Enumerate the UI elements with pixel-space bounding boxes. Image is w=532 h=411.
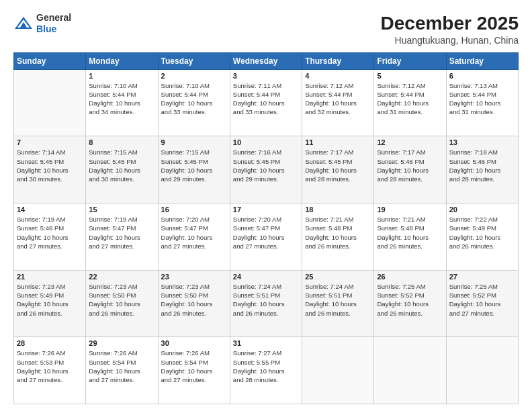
day-number: 17 [233,205,299,214]
calendar-cell: 20Sunrise: 7:22 AM Sunset: 5:49 PM Dayli… [446,203,518,270]
calendar-cell: 23Sunrise: 7:23 AM Sunset: 5:50 PM Dayli… [158,270,230,337]
day-info: Sunrise: 7:11 AM Sunset: 5:44 PM Dayligh… [233,81,299,117]
calendar-cell: 13Sunrise: 7:18 AM Sunset: 5:46 PM Dayli… [446,136,518,203]
calendar-cell: 29Sunrise: 7:26 AM Sunset: 5:54 PM Dayli… [86,337,158,404]
day-number: 2 [161,72,227,80]
calendar-header-row: SundayMondayTuesdayWednesdayThursdayFrid… [14,52,519,69]
calendar-header-saturday: Saturday [446,52,518,69]
calendar-cell: 11Sunrise: 7:17 AM Sunset: 5:45 PM Dayli… [302,136,374,203]
logo: General Blue [13,12,71,35]
calendar-cell: 26Sunrise: 7:25 AM Sunset: 5:52 PM Dayli… [374,270,446,337]
calendar-cell: 19Sunrise: 7:21 AM Sunset: 5:48 PM Dayli… [374,203,446,270]
day-info: Sunrise: 7:12 AM Sunset: 5:44 PM Dayligh… [305,81,371,117]
day-number: 1 [89,72,154,80]
day-info: Sunrise: 7:16 AM Sunset: 5:45 PM Dayligh… [233,148,299,183]
day-info: Sunrise: 7:13 AM Sunset: 5:44 PM Dayligh… [449,81,515,117]
calendar-cell: 18Sunrise: 7:21 AM Sunset: 5:48 PM Dayli… [302,203,374,270]
day-info: Sunrise: 7:18 AM Sunset: 5:46 PM Dayligh… [449,148,515,183]
month-title: December 2025 [381,12,519,35]
day-info: Sunrise: 7:22 AM Sunset: 5:49 PM Dayligh… [449,215,515,250]
calendar-cell: 4Sunrise: 7:12 AM Sunset: 5:44 PM Daylig… [302,69,374,136]
day-info: Sunrise: 7:17 AM Sunset: 5:45 PM Dayligh… [305,148,371,183]
location: Huangtukuang, Hunan, China [381,35,519,46]
day-number: 7 [17,138,83,146]
calendar-cell [446,337,518,404]
day-info: Sunrise: 7:25 AM Sunset: 5:52 PM Dayligh… [377,282,443,318]
logo-blue: Blue [36,24,71,35]
page: General Blue December 2025 Huangtukuang,… [0,0,532,411]
day-info: Sunrise: 7:12 AM Sunset: 5:44 PM Dayligh… [377,81,443,117]
calendar-header-wednesday: Wednesday [230,52,302,69]
day-number: 29 [89,339,154,347]
calendar-header-thursday: Thursday [302,52,374,69]
day-info: Sunrise: 7:23 AM Sunset: 5:49 PM Dayligh… [17,282,83,318]
calendar-cell: 12Sunrise: 7:17 AM Sunset: 5:46 PM Dayli… [374,136,446,203]
calendar-cell: 31Sunrise: 7:27 AM Sunset: 5:55 PM Dayli… [230,337,302,404]
calendar-week-row: 28Sunrise: 7:26 AM Sunset: 5:53 PM Dayli… [14,337,519,404]
day-number: 25 [305,273,371,281]
calendar-week-row: 14Sunrise: 7:19 AM Sunset: 5:46 PM Dayli… [14,203,519,270]
calendar-cell [302,337,374,404]
day-number: 12 [377,138,443,146]
calendar-cell: 6Sunrise: 7:13 AM Sunset: 5:44 PM Daylig… [446,69,518,136]
day-number: 6 [449,72,515,80]
day-info: Sunrise: 7:21 AM Sunset: 5:48 PM Dayligh… [305,215,371,250]
day-info: Sunrise: 7:26 AM Sunset: 5:54 PM Dayligh… [89,349,154,384]
day-number: 30 [161,339,227,347]
day-info: Sunrise: 7:21 AM Sunset: 5:48 PM Dayligh… [377,215,443,250]
day-number: 5 [377,72,443,80]
day-number: 9 [161,138,227,146]
day-info: Sunrise: 7:19 AM Sunset: 5:47 PM Dayligh… [89,215,154,250]
calendar-cell: 28Sunrise: 7:26 AM Sunset: 5:53 PM Dayli… [14,337,86,404]
calendar-cell: 21Sunrise: 7:23 AM Sunset: 5:49 PM Dayli… [14,270,86,337]
calendar-week-row: 7Sunrise: 7:14 AM Sunset: 5:45 PM Daylig… [14,136,519,203]
calendar-cell: 22Sunrise: 7:23 AM Sunset: 5:50 PM Dayli… [86,270,158,337]
day-number: 26 [377,273,443,281]
day-number: 19 [377,205,443,214]
day-number: 16 [161,205,227,214]
day-info: Sunrise: 7:26 AM Sunset: 5:53 PM Dayligh… [17,349,83,384]
header: General Blue December 2025 Huangtukuang,… [13,12,519,46]
day-info: Sunrise: 7:24 AM Sunset: 5:51 PM Dayligh… [233,282,299,318]
calendar-cell: 2Sunrise: 7:10 AM Sunset: 5:44 PM Daylig… [158,69,230,136]
day-info: Sunrise: 7:20 AM Sunset: 5:47 PM Dayligh… [233,215,299,250]
day-info: Sunrise: 7:24 AM Sunset: 5:51 PM Dayligh… [305,282,371,318]
calendar-cell: 8Sunrise: 7:15 AM Sunset: 5:45 PM Daylig… [86,136,158,203]
day-number: 21 [17,273,83,281]
day-info: Sunrise: 7:26 AM Sunset: 5:54 PM Dayligh… [161,349,227,384]
day-number: 18 [305,205,371,214]
day-number: 11 [305,138,371,146]
day-number: 28 [17,339,83,347]
day-info: Sunrise: 7:19 AM Sunset: 5:46 PM Dayligh… [17,215,83,250]
calendar-cell [14,69,86,136]
calendar-header-friday: Friday [374,52,446,69]
day-info: Sunrise: 7:14 AM Sunset: 5:45 PM Dayligh… [17,148,83,183]
calendar-table: SundayMondayTuesdayWednesdayThursdayFrid… [13,52,519,404]
day-info: Sunrise: 7:15 AM Sunset: 5:45 PM Dayligh… [89,148,154,183]
day-number: 31 [233,339,299,347]
day-info: Sunrise: 7:10 AM Sunset: 5:44 PM Dayligh… [89,81,154,117]
logo-icon [13,15,34,32]
calendar-header-sunday: Sunday [14,52,86,69]
day-number: 13 [449,138,515,146]
day-info: Sunrise: 7:27 AM Sunset: 5:55 PM Dayligh… [233,349,299,384]
calendar-cell: 15Sunrise: 7:19 AM Sunset: 5:47 PM Dayli… [86,203,158,270]
logo-text: General Blue [36,12,71,35]
day-info: Sunrise: 7:25 AM Sunset: 5:52 PM Dayligh… [449,282,515,318]
day-info: Sunrise: 7:20 AM Sunset: 5:47 PM Dayligh… [161,215,227,250]
day-number: 4 [305,72,371,80]
day-info: Sunrise: 7:10 AM Sunset: 5:44 PM Dayligh… [161,81,227,117]
calendar-cell: 14Sunrise: 7:19 AM Sunset: 5:46 PM Dayli… [14,203,86,270]
calendar-week-row: 1Sunrise: 7:10 AM Sunset: 5:44 PM Daylig… [14,69,519,136]
day-number: 22 [89,273,154,281]
day-number: 14 [17,205,83,214]
calendar-header-tuesday: Tuesday [158,52,230,69]
day-info: Sunrise: 7:23 AM Sunset: 5:50 PM Dayligh… [89,282,154,318]
day-info: Sunrise: 7:23 AM Sunset: 5:50 PM Dayligh… [161,282,227,318]
logo-general: General [36,12,71,24]
day-number: 10 [233,138,299,146]
calendar-cell: 27Sunrise: 7:25 AM Sunset: 5:52 PM Dayli… [446,270,518,337]
calendar-cell: 10Sunrise: 7:16 AM Sunset: 5:45 PM Dayli… [230,136,302,203]
calendar-week-row: 21Sunrise: 7:23 AM Sunset: 5:49 PM Dayli… [14,270,519,337]
calendar-cell: 24Sunrise: 7:24 AM Sunset: 5:51 PM Dayli… [230,270,302,337]
